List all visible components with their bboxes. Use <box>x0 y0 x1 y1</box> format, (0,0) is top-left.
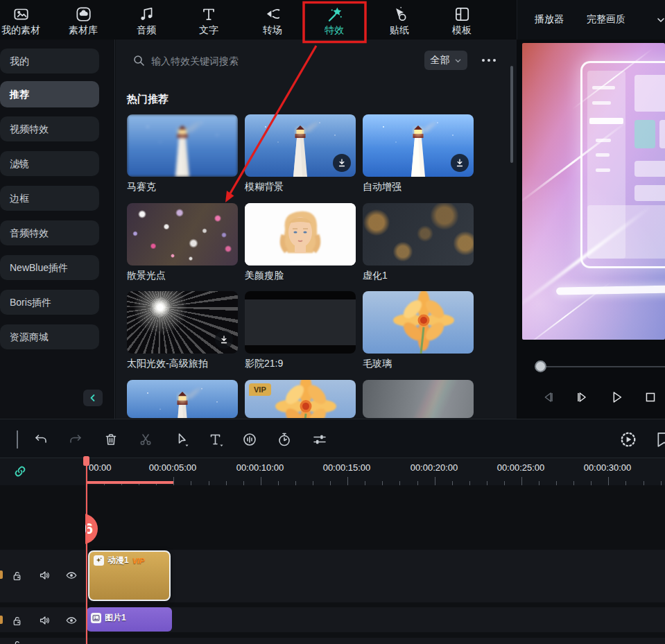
audio-tool-button[interactable] <box>240 430 259 449</box>
effect-card-partial-3[interactable] <box>363 380 474 418</box>
tab-effects[interactable]: 特效 <box>305 3 363 36</box>
previous-frame-button[interactable] <box>539 388 558 406</box>
section-title: 热门推荐 <box>127 93 169 106</box>
effect-card-mosaic[interactable] <box>127 114 238 177</box>
text-tool-button[interactable] <box>206 430 225 449</box>
undo-button[interactable] <box>31 430 51 449</box>
track1-volume-icon[interactable] <box>38 569 51 582</box>
search-icon <box>133 55 145 67</box>
music-note-icon <box>117 3 175 23</box>
sidebar-collapse-button[interactable] <box>83 390 103 406</box>
seek-bar[interactable] <box>542 366 665 367</box>
sidebar-item-mine[interactable]: 我的 <box>0 49 99 73</box>
tab-stickers[interactable]: 贴纸 <box>370 3 429 36</box>
download-icon[interactable] <box>333 154 351 172</box>
tab-my-media[interactable]: 我的素材 <box>0 3 50 36</box>
more-options-icon[interactable] <box>482 59 496 62</box>
effect-card-partial-2[interactable]: VIP <box>245 380 356 418</box>
tab-templates[interactable]: 模板 <box>433 3 491 36</box>
stop-button[interactable] <box>641 388 659 406</box>
bokeh-art <box>363 203 474 266</box>
download-icon[interactable] <box>451 154 469 172</box>
search-input[interactable]: 输入特效关键词搜索 <box>151 55 239 68</box>
playhead[interactable] <box>86 457 87 644</box>
vip-badge: VIP <box>249 383 271 396</box>
redo-button[interactable] <box>66 430 85 449</box>
adjust-button[interactable] <box>310 430 329 449</box>
select-tool-button[interactable] <box>172 430 191 449</box>
tracks-clip-region: 6 动漫1 VIP 图片1 <box>85 458 665 644</box>
tab-text[interactable]: 文字 <box>180 3 238 36</box>
tab-media-library[interactable]: 素材库 <box>54 3 112 36</box>
track-type-partial-icon <box>0 571 3 579</box>
track1-visibility-icon[interactable] <box>65 569 78 582</box>
top-navigation-bar: 我的素材 素材库 音频 文字 转场 特效 贴纸 模板 <box>0 0 665 40</box>
effect-label: 毛玻璃 <box>363 358 392 370</box>
media-library-icon <box>54 3 112 23</box>
chevron-left-icon <box>89 394 97 402</box>
render-preview-button[interactable] <box>619 430 638 449</box>
track2-visibility-icon[interactable] <box>65 614 78 627</box>
link-icon[interactable] <box>12 464 28 479</box>
effect-card-frosted-glass[interactable] <box>363 291 474 354</box>
track2-lock-icon[interactable] <box>10 614 23 627</box>
split-button[interactable] <box>136 430 155 449</box>
timeline-toolbar <box>0 419 665 458</box>
sidebar-item-recommended[interactable]: 推荐 <box>0 81 99 107</box>
effect-card-cinema219[interactable] <box>245 291 356 354</box>
timer-button[interactable] <box>275 430 294 449</box>
track2-volume-icon[interactable] <box>38 614 51 627</box>
my-media-icon <box>0 3 50 23</box>
tab-audio[interactable]: 音频 <box>117 3 175 36</box>
effect-card-bokeh-lights[interactable] <box>127 203 238 266</box>
tab-transitions[interactable]: 转场 <box>243 3 302 36</box>
sidebar-item-borders[interactable]: 边框 <box>0 186 99 211</box>
effect-label: 美颜瘦脸 <box>245 270 284 282</box>
track3-lock-icon[interactable] <box>10 638 23 644</box>
effects-browser-panel: 输入特效关键词搜索 全部 热门推荐 马赛克 模糊背景 自动增强 <box>116 40 517 419</box>
play-button[interactable] <box>607 388 625 406</box>
quality-selector[interactable]: 完整画质 <box>587 13 625 26</box>
effect-label: 虚化1 <box>363 270 388 282</box>
sidebar-item-audio-effects[interactable]: 音频特效 <box>0 220 99 245</box>
effect-card-beauty-face[interactable] <box>245 203 356 266</box>
next-frame-button[interactable] <box>573 388 591 406</box>
effect-card-partial-1[interactable] <box>127 380 238 418</box>
effect-card-sunlight[interactable] <box>127 291 238 354</box>
effect-card-blur1[interactable] <box>363 203 474 266</box>
sidebar-item-store[interactable]: 资源商城 <box>0 324 99 349</box>
marker-button[interactable] <box>655 430 665 449</box>
clip-image1[interactable]: 图片1 <box>87 607 172 632</box>
effect-label: 模糊背景 <box>245 181 284 193</box>
chevron-down-icon <box>454 57 462 64</box>
sidebar-item-boris[interactable]: Boris插件 <box>0 290 99 315</box>
clip-effect-anime1[interactable]: 动漫1 VIP <box>88 550 171 601</box>
transition-icon <box>243 3 302 23</box>
effects-category-sidebar: 我的 推荐 视频特效 滤镜 边框 音频特效 NewBlue插件 Boris插件 … <box>0 40 115 419</box>
image-clip-icon <box>91 613 101 623</box>
player-panel <box>517 40 665 419</box>
sidebar-item-video-effects[interactable]: 视频特效 <box>0 116 99 141</box>
effect-clip-icon <box>94 555 104 566</box>
track1-lock-icon[interactable] <box>10 569 23 582</box>
playhead-handle[interactable] <box>83 456 89 466</box>
seek-handle[interactable] <box>535 360 546 372</box>
effect-card-blur-background[interactable] <box>245 114 356 177</box>
sidebar-item-newblue[interactable]: NewBlue插件 <box>0 255 99 280</box>
delete-button[interactable] <box>101 430 121 449</box>
preview-video <box>522 43 665 340</box>
effect-label: 自动增强 <box>363 181 401 193</box>
bokeh-art <box>127 203 238 266</box>
magic-wand-icon <box>305 3 363 23</box>
cinema-bars-art <box>245 291 356 354</box>
effect-label: 太阳光效-高级旅拍 <box>127 358 208 370</box>
preview-mock-base <box>556 285 665 295</box>
download-icon[interactable] <box>215 331 233 349</box>
filter-dropdown[interactable]: 全部 <box>424 51 467 70</box>
effect-card-auto-enhance[interactable] <box>363 114 474 177</box>
text-icon <box>180 3 238 23</box>
effect-label: 散景光点 <box>127 270 166 282</box>
quality-chevron-down-icon[interactable] <box>656 15 665 25</box>
sidebar-item-filters[interactable]: 滤镜 <box>0 151 99 176</box>
content-scrollbar[interactable] <box>510 66 513 163</box>
